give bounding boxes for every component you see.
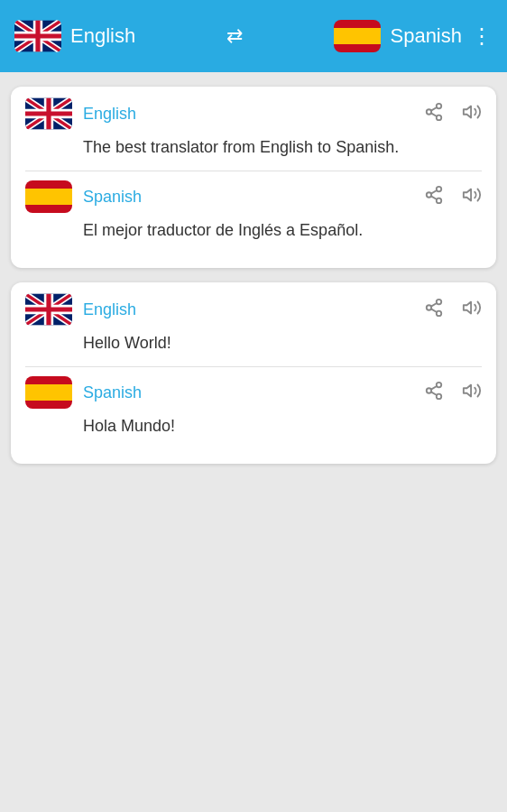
speaker-icon-1-target[interactable] — [462, 185, 482, 209]
source-lang-row-2: English — [25, 293, 482, 326]
translation-card-2: English Hello World! Spanish — [11, 282, 496, 464]
source-lang-name-1: English — [83, 105, 406, 124]
flag-uk-card1-source — [25, 97, 72, 130]
speaker-icon-2-source[interactable] — [462, 298, 482, 322]
source-lang-label[interactable]: English — [70, 24, 135, 48]
svg-line-48 — [431, 392, 437, 395]
translation-card-1: English The best translator from English… — [11, 87, 496, 268]
target-lang-row-1: Spanish — [25, 180, 482, 213]
share-icon-2-target[interactable] — [424, 381, 444, 405]
share-icon-1-source[interactable] — [424, 102, 444, 126]
svg-line-49 — [431, 385, 437, 389]
card-divider-2 — [25, 366, 482, 367]
svg-marker-29 — [464, 189, 471, 200]
flag-uk-header — [14, 20, 61, 52]
flag-es-card1-target — [25, 180, 72, 213]
card-divider-1 — [25, 171, 482, 171]
source-text-2: Hello World! — [83, 331, 482, 355]
speaker-icon-2-target[interactable] — [462, 381, 482, 405]
flag-es-card2-target — [25, 376, 72, 409]
svg-marker-50 — [464, 384, 471, 396]
svg-line-28 — [431, 189, 437, 193]
source-lang-row-1: English — [25, 97, 482, 130]
top-bar: English ⇄ Spanish ⋮ — [0, 0, 507, 72]
swap-icon[interactable]: ⇄ — [144, 24, 325, 48]
svg-line-42 — [431, 309, 437, 312]
svg-line-22 — [431, 106, 437, 110]
target-lang-name-2: Spanish — [83, 383, 406, 402]
share-icon-1-target[interactable] — [424, 185, 444, 209]
target-text-1: El mejor traductor de Inglés a Español. — [83, 218, 482, 243]
target-lang-row-2: Spanish — [25, 376, 482, 409]
svg-line-27 — [431, 196, 437, 199]
share-icon-2-source[interactable] — [424, 298, 444, 322]
target-lang-name-1: Spanish — [83, 188, 406, 207]
svg-line-21 — [431, 113, 437, 116]
target-lang-label[interactable]: Spanish — [390, 24, 462, 48]
svg-marker-23 — [464, 106, 471, 117]
source-lang-name-2: English — [83, 300, 406, 319]
svg-marker-44 — [464, 301, 471, 313]
svg-line-43 — [431, 302, 437, 306]
more-options-icon[interactable]: ⋮ — [471, 23, 493, 49]
target-text-2: Hola Mundo! — [83, 414, 482, 438]
flag-es-header — [334, 20, 381, 52]
speaker-icon-1-source[interactable] — [462, 102, 482, 126]
flag-uk-card2-source — [25, 293, 72, 326]
source-text-1: The best translator from English to Span… — [83, 135, 482, 160]
